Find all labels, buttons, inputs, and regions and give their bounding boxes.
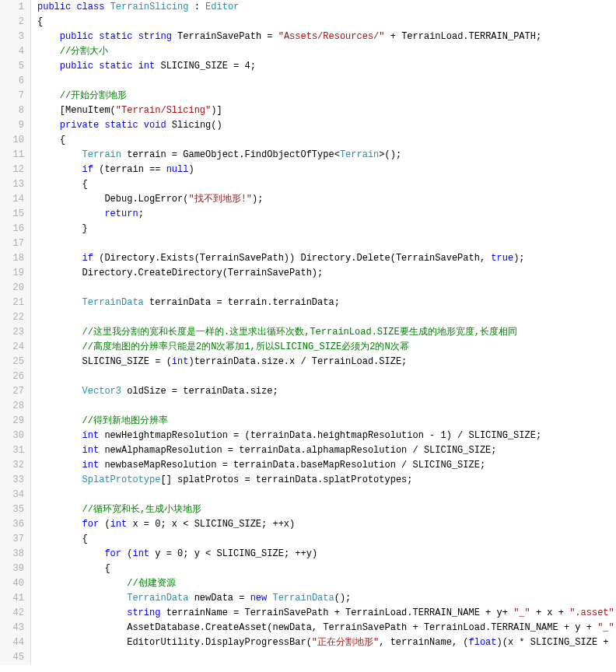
- code-line: for (int x = 0; x < SLICING_SIZE; ++x): [37, 517, 616, 532]
- code-token: {: [37, 534, 88, 544]
- code-token: //创建资源: [127, 578, 175, 589]
- code-token: //这里我分割的宽和长度是一样的.这里求出循环次数,TerrainLoad.SI…: [82, 327, 517, 338]
- code-token: ;: [138, 208, 144, 219]
- code-line: //这里我分割的宽和长度是一样的.这里求出循环次数,TerrainLoad.SI…: [37, 325, 616, 340]
- code-token: ".asset": [569, 607, 614, 618]
- code-token: (Directory.Exists(TerrainSavePath)) Dire…: [93, 253, 491, 264]
- code-token: int: [82, 460, 100, 471]
- code-token: TerrainData: [82, 297, 144, 308]
- code-token: for: [104, 548, 121, 559]
- line-number: 20: [0, 281, 24, 296]
- line-number: 26: [0, 369, 24, 384]
- line-number: 37: [0, 532, 24, 547]
- line-number: 22: [0, 310, 24, 325]
- code-line: for (int y = 0; y < SLICING_SIZE; ++y): [37, 547, 616, 562]
- line-number: 21: [0, 296, 24, 310]
- line-number: 31: [0, 443, 24, 458]
- code-token: [138, 120, 144, 131]
- line-number: 42: [0, 606, 24, 621]
- code-token: "Assets/Resources/": [278, 31, 385, 42]
- code-line: [37, 236, 616, 251]
- line-number: 28: [0, 399, 24, 414]
- code-token: [] splatProtos = terrainData.splatProtot…: [160, 474, 412, 485]
- code-token: [37, 297, 82, 308]
- line-number: 38: [0, 547, 24, 562]
- code-token: , terrainName, (: [379, 637, 468, 648]
- code-token: "正在分割地形": [312, 637, 379, 648]
- code-token: "_": [597, 622, 614, 633]
- code-token: AssetDatabase.CreateAsset(newData, Terra…: [37, 622, 597, 633]
- code-token: float: [468, 637, 496, 648]
- code-token: SLICING_SIZE = 4;: [155, 61, 256, 72]
- code-token: new: [250, 593, 268, 604]
- code-token: //分割大小: [60, 46, 108, 57]
- code-line: int newbaseMapResolution = terrainData.b…: [37, 458, 616, 473]
- line-number: 9: [0, 118, 24, 133]
- line-number: 17: [0, 236, 24, 251]
- code-line: TerrainData newData = new TerrainData();: [37, 591, 616, 606]
- code-line: SLICING_SIZE = (int)terrainData.size.x /…: [37, 355, 616, 369]
- code-line: int newAlphamapResolution = terrainData.…: [37, 443, 616, 458]
- code-token: "_": [513, 607, 530, 618]
- code-token: x = 0; x < SLICING_SIZE; ++x): [127, 519, 295, 530]
- code-line: {: [37, 133, 616, 148]
- code-token: [37, 430, 82, 441]
- code-token: ();: [334, 593, 352, 604]
- code-token: [37, 519, 82, 530]
- code-line: {: [37, 15, 616, 30]
- code-token: "找不到地形!": [188, 194, 252, 205]
- code-token: "Terrain/Slicing": [116, 105, 211, 116]
- line-number: 40: [0, 576, 24, 591]
- line-number: 7: [0, 89, 24, 103]
- code-token: [37, 75, 43, 86]
- code-token: class: [76, 2, 104, 12]
- code-token: SLICING_SIZE = (: [37, 356, 172, 367]
- code-line: {: [37, 177, 616, 192]
- code-line: //创建资源: [37, 576, 616, 591]
- code-token: [37, 548, 104, 559]
- code-token: [104, 2, 110, 12]
- code-token: );: [252, 194, 263, 205]
- code-token: static: [104, 120, 138, 131]
- code-token: string: [138, 31, 172, 42]
- code-token: [37, 327, 82, 338]
- line-number: 25: [0, 355, 24, 369]
- code-token: Terrain: [340, 149, 379, 160]
- line-number: 18: [0, 251, 24, 266]
- code-line: //循环宽和长,生成小块地形: [37, 502, 616, 517]
- line-number: 45: [0, 650, 24, 665]
- code-line: Terrain terrain = GameObject.FindObjectO…: [37, 148, 616, 163]
- line-number: 30: [0, 429, 24, 443]
- code-token: TerrainSlicing: [110, 2, 189, 12]
- code-line: SplatPrototype[] splatProtos = terrainDa…: [37, 473, 616, 488]
- code-token: int: [82, 430, 100, 441]
- code-line: Directory.CreateDirectory(TerrainSavePat…: [37, 266, 616, 281]
- line-number: 44: [0, 635, 24, 650]
- code-token: )]: [211, 105, 222, 116]
- code-token: Vector3: [82, 386, 121, 397]
- code-token: [132, 31, 138, 42]
- line-number: 43: [0, 621, 24, 635]
- code-token: static: [99, 61, 132, 72]
- code-token: [37, 607, 127, 618]
- code-token: SplatPrototype: [82, 474, 161, 485]
- code-token: terrain = GameObject.FindObjectOfType<: [121, 149, 340, 160]
- code-token: (: [121, 548, 132, 559]
- line-number: 35: [0, 502, 24, 517]
- code-token: Debug.LogError(: [37, 194, 188, 205]
- code-line: //分割大小: [37, 44, 616, 59]
- code-token: terrainName = TerrainSavePath + TerrainL…: [160, 607, 513, 618]
- line-number: 34: [0, 488, 24, 502]
- code-token: + x +: [530, 607, 569, 618]
- code-token: string: [127, 607, 160, 618]
- code-token: newHeightmapResolution = (terrainData.he…: [99, 430, 541, 441]
- code-token: if: [82, 164, 93, 175]
- code-token: if: [82, 253, 93, 264]
- code-token: [37, 460, 82, 471]
- code-token: [37, 61, 60, 72]
- code-line: int newHeightmapResolution = (terrainDat…: [37, 429, 616, 443]
- code-line: AssetDatabase.CreateAsset(newData, Terra…: [37, 621, 616, 635]
- code-token: [37, 164, 82, 175]
- code-token: int: [172, 356, 189, 367]
- code-token: [37, 149, 82, 160]
